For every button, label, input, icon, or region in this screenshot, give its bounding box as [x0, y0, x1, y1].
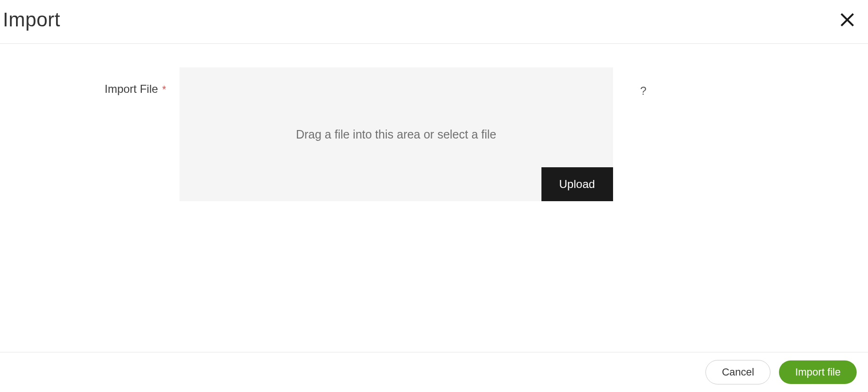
upload-button[interactable]: Upload — [541, 167, 613, 201]
dropzone-instruction: Drag a file into this area or select a f… — [296, 128, 496, 141]
required-asterisk: * — [162, 83, 166, 95]
cancel-button[interactable]: Cancel — [705, 360, 770, 384]
close-icon — [838, 11, 856, 29]
close-button[interactable] — [836, 8, 859, 31]
import-file-label: Import File * — [105, 67, 166, 96]
dialog-footer: Cancel Import file — [0, 352, 868, 392]
import-file-button[interactable]: Import file — [779, 360, 857, 384]
help-icon[interactable]: ? — [640, 67, 647, 98]
dialog-header: Import — [0, 0, 868, 44]
dialog-title: Import — [3, 8, 60, 31]
import-file-row: Import File * Drag a file into this area… — [105, 67, 647, 201]
dialog-content: Import File * Drag a file into this area… — [0, 44, 868, 201]
file-dropzone[interactable]: Drag a file into this area or select a f… — [180, 67, 613, 201]
import-file-label-text: Import File — [105, 82, 158, 95]
